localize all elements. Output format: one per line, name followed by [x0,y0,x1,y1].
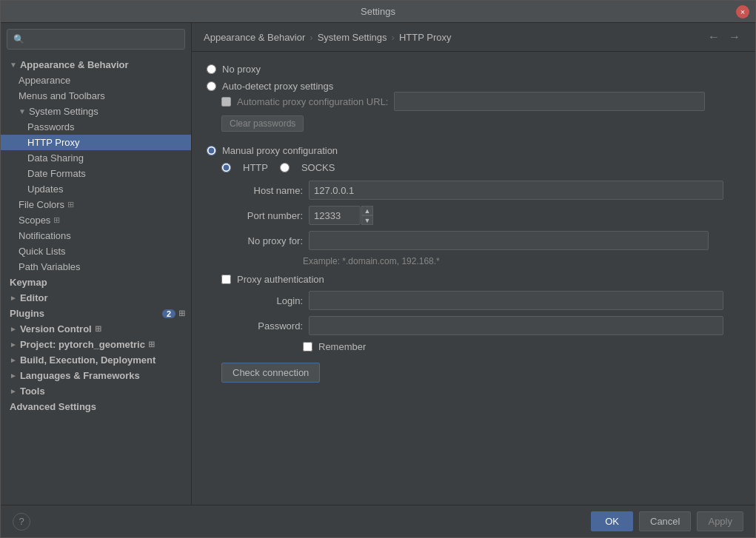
sidebar-tree: ▼ Appearance & Behavior Appearance Menus… [1,56,191,505]
add-icon: ⊞ [148,340,155,349]
nav-forward-button[interactable]: → [726,30,743,44]
sidebar-item-appearance[interactable]: Appearance [1,73,191,88]
titlebar: Settings × [1,1,755,23]
auto-detect-label[interactable]: Auto-detect proxy settings [222,81,333,92]
check-connection-button[interactable]: Check connection [221,363,320,383]
sidebar-item-build-execution[interactable]: ► Build, Execution, Deployment [1,352,191,368]
port-label: Port number: [221,210,303,221]
breadcrumb-nav: ← → [705,30,743,44]
no-proxy-radio[interactable] [207,64,216,74]
http-radio[interactable] [221,163,231,172]
close-button[interactable]: × [736,5,749,19]
arrow-icon: ▼ [10,61,17,69]
search-box[interactable]: 🔍 [7,29,185,50]
footer: ? OK Cancel Apply [1,505,755,537]
sidebar-item-data-sharing[interactable]: Data Sharing [1,150,191,166]
sidebar-item-system-settings[interactable]: ▼ System Settings [1,104,191,119]
noproxy-row: No proxy for: [207,231,740,250]
manual-proxy-label[interactable]: Manual proxy configuration [222,145,338,156]
sidebar-item-updates[interactable]: Updates [1,181,191,197]
socks-label[interactable]: SOCKS [301,162,335,173]
sidebar-item-plugins[interactable]: Plugins 2 ⊞ [1,306,191,321]
sidebar-item-keymap[interactable]: Keymap [1,275,191,290]
settings-dialog: Settings × 🔍 ▼ Appearance & Behavior App… [0,0,756,538]
manual-proxy-radio[interactable] [207,146,216,155]
breadcrumb-part3: HTTP Proxy [399,32,452,43]
nav-back-button[interactable]: ← [705,30,723,44]
http-label[interactable]: HTTP [243,162,268,173]
cancel-button[interactable]: Cancel [639,511,691,531]
example-text: Example: *.domain.com, 192.168.* [207,256,740,266]
no-proxy-label[interactable]: No proxy [222,64,261,75]
arrow-icon: ▼ [19,107,26,115]
sidebar-item-menus-toolbars[interactable]: Menus and Toolbars [1,88,191,104]
sidebar: 🔍 ▼ Appearance & Behavior Appearance Men… [1,23,192,505]
proxy-auth-checkbox[interactable] [221,275,231,284]
remember-checkbox[interactable] [303,342,312,352]
spinner-up-button[interactable]: ▲ [361,206,373,215]
main-content: 🔍 ▼ Appearance & Behavior Appearance Men… [1,23,755,505]
plugins-badge: 2 [162,309,175,318]
auto-config-checkbox[interactable] [221,97,231,107]
sidebar-item-tools[interactable]: ► Tools [1,383,191,399]
remember-row: Remember [207,341,740,352]
arrow-icon: ► [10,294,17,302]
sidebar-item-appearance-behavior[interactable]: ▼ Appearance & Behavior [1,57,191,73]
host-input[interactable] [309,181,723,200]
arrow-icon: ► [10,325,17,333]
breadcrumb-part1: Appearance & Behavior [204,32,305,43]
ok-button[interactable]: OK [591,511,633,531]
sidebar-item-project[interactable]: ► Project: pytorch_geometric ⊞ [1,337,191,352]
password-input[interactable] [309,316,723,335]
sidebar-item-http-proxy[interactable]: HTTP Proxy [1,135,191,150]
proxy-auth-label[interactable]: Proxy authentication [237,274,324,285]
sidebar-item-version-control[interactable]: ► Version Control ⊞ [1,321,191,337]
sidebar-item-scopes[interactable]: Scopes ⊞ [1,212,191,228]
port-spinner: ▲ ▼ [309,206,373,225]
dialog-title: Settings [361,6,395,17]
sidebar-item-date-formats[interactable]: Date Formats [1,166,191,181]
auto-config-url-input[interactable] [394,92,705,111]
sidebar-item-languages[interactable]: ► Languages & Frameworks [1,368,191,383]
sidebar-item-quick-lists[interactable]: Quick Lists [1,243,191,259]
help-button[interactable]: ? [13,513,30,531]
noproxy-input[interactable] [309,231,709,250]
auto-config-section: Automatic proxy configuration URL: Clear… [207,92,740,139]
main-panel: Appearance & Behavior › System Settings … [192,23,755,505]
port-input[interactable] [309,206,361,225]
sidebar-item-path-variables[interactable]: Path Variables [1,259,191,275]
content-area: No proxy Auto-detect proxy settings Auto… [192,52,755,505]
clear-passwords-button[interactable]: Clear passwords [221,115,304,132]
password-row: Password: [207,316,740,335]
sidebar-item-notifications[interactable]: Notifications [1,228,191,243]
sidebar-item-editor[interactable]: ► Editor [1,290,191,306]
login-input[interactable] [309,291,723,310]
arrow-icon: ► [10,356,17,364]
port-row: Port number: ▲ ▼ [207,206,740,225]
spinner-down-button[interactable]: ▼ [361,215,373,225]
auto-config-row: Automatic proxy configuration URL: [221,92,740,111]
auto-detect-row: Auto-detect proxy settings [207,81,740,92]
add-icon: ⊞ [67,200,74,209]
sidebar-item-file-colors[interactable]: File Colors ⊞ [1,197,191,212]
auto-config-label: Automatic proxy configuration URL: [237,96,388,107]
add-icon: ⊞ [95,324,101,334]
manual-proxy-row: Manual proxy configuration [207,145,740,156]
sidebar-item-advanced-settings[interactable]: Advanced Settings [1,399,191,414]
apply-button[interactable]: Apply [697,511,743,531]
arrow-icon: ► [10,387,17,395]
host-label: Host name: [221,185,303,196]
remember-label[interactable]: Remember [318,341,366,352]
password-label: Password: [221,320,303,332]
spinner-buttons: ▲ ▼ [361,206,373,225]
breadcrumb-sep2: › [392,32,395,43]
socks-radio[interactable] [280,163,290,172]
login-label: Login: [221,295,303,306]
breadcrumb: Appearance & Behavior › System Settings … [192,23,755,52]
no-proxy-row: No proxy [207,64,740,75]
noproxy-label: No proxy for: [221,235,303,246]
auto-detect-radio[interactable] [207,81,216,91]
arrow-icon: ► [10,371,17,380]
arrow-icon: ► [10,340,17,349]
sidebar-item-passwords[interactable]: Passwords [1,119,191,135]
